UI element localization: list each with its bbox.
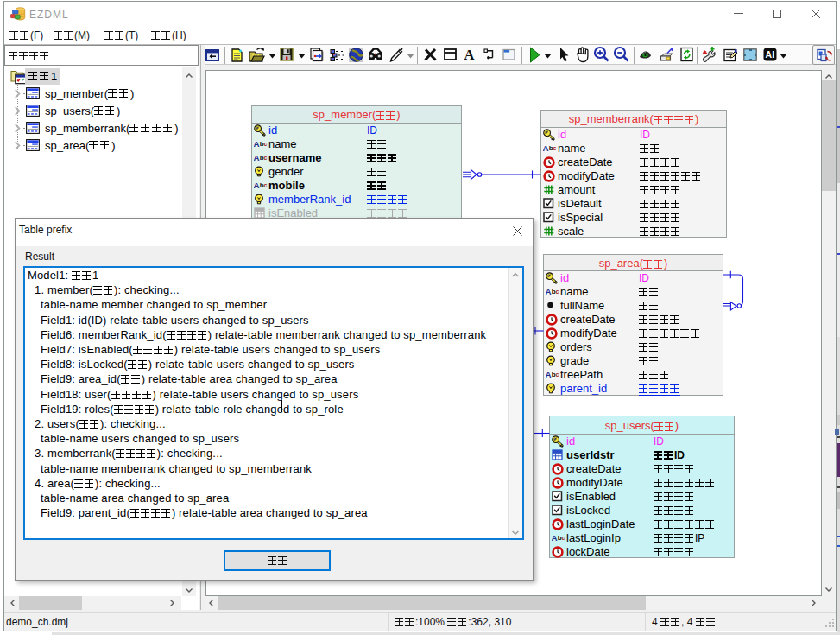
svg-text:AI: AI — [766, 49, 775, 60]
svg-text:A: A — [464, 47, 475, 61]
